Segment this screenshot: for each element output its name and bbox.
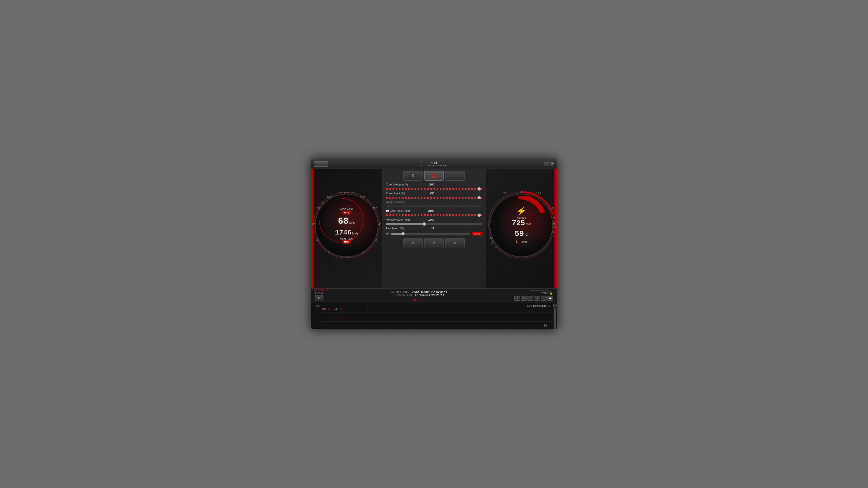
left-gauge: 1750 2000 2250 2500 3000 3750 4500 5250 … [311,169,382,288]
voltage-unit: mV [526,222,531,226]
temp-limit-slider-row [386,205,482,207]
graphics-card-value: AMD Radeon RX 5700 XT [412,290,447,294]
fan-speed-row: ⚙ AUTO [386,232,482,236]
fan-settings-icon[interactable]: ⚙ [386,232,389,236]
mem-badge: MEM [342,240,351,244]
memory-clock-label: Memory Clock (MHz) [386,218,421,221]
save-profile-button[interactable]: 💾 [547,296,553,301]
title-bar-left [314,161,328,167]
profile-3-button[interactable]: 3 [527,296,533,301]
core-voltage-handle[interactable] [477,187,481,191]
gpu-info: Graphics Card: AMD Radeon RX 5700 XT Dri… [328,290,509,302]
fan-speed-label: Fan Speed (%) [386,227,421,230]
core-voltage-slider[interactable] [386,188,482,190]
core-voltage-slider-row [386,188,482,190]
action-buttons: ⚙ ↺ ✓ [386,238,482,248]
detach-button[interactable]: DETACH [413,299,425,301]
right-gauge-content: ⚡ Voltage 725 mV 59 °C 🌡 Temp. [512,206,531,245]
profile-5-button[interactable]: 5 [541,296,547,301]
title-center: msi AFTERBURNER [420,161,448,167]
svg-text:194: 194 [552,231,556,233]
minimize-button[interactable]: — [544,162,549,166]
power-limit-handle[interactable] [477,196,481,199]
logo-icon [430,173,438,178]
gauges-panel: 1750 2000 2250 2500 3000 3750 4500 5250 … [311,169,557,288]
power-limit-slider[interactable] [386,197,482,199]
scroll-up-button[interactable]: ▲ [553,304,557,307]
temp-unit: °C [524,233,528,237]
driver-label: Driver Version: [394,294,413,297]
title-bar: msi AFTERBURNER — ✕ [311,159,557,169]
temp-limit-slider[interactable] [386,205,482,207]
fan-speed-header: Fan Speed (%) 21 [386,227,482,230]
core-clock-label: Core Clock (MHz) [390,209,411,212]
settings-button[interactable]: ⚙ [403,238,423,248]
scroll-thumb[interactable] [554,308,556,329]
close-button[interactable]: ✕ [550,162,554,166]
gpu-clock-label: GPU Clock [340,207,353,210]
profile-buttons: 1 2 3 4 5 💾 [514,296,553,301]
profile-section: Profile 🔒 1 2 3 4 5 💾 [514,291,553,301]
afterburner-text: AFTERBURNER [420,164,448,167]
graph-scrollbar: ▲ ▼ [553,303,557,329]
temp-value: 59 [515,229,524,238]
profile-4-button[interactable]: 4 [534,296,540,301]
graph-y-top: 100 [312,304,320,307]
graph-area: 100 0 GPU temperature, °C Min : 51 Max :… [311,303,557,329]
memory-clock-handle[interactable] [423,222,426,226]
graph-canvas: GPU temperature, °C Min : 51 Max : 62 [321,303,553,329]
k-button[interactable]: K [403,171,423,181]
graph-svg [321,303,553,329]
temp-limit-label: Temp. Limit (°C) [386,201,421,203]
left-gauge-circle: GPU Clock GPU 68 MHz 1746 MHz Mem Clock … [315,194,378,257]
svg-text:1: 1 [521,191,522,193]
startup-section: Startup ⊞ [315,291,323,301]
gpu-badge: GPU [342,211,351,215]
driver-row: Driver Version: Adrenalin 2020 21.2.1 [328,294,509,297]
core-clock-slider-row [386,214,482,216]
svg-text:140: 140 [552,216,556,218]
fan-speed-handle[interactable] [401,232,405,235]
core-voltage-value: 1200 [423,183,434,186]
profile-1-button[interactable]: 1 [514,296,520,301]
powered-by: Powered by Rivatuner [529,289,551,292]
auto-badge: AUTO [472,232,482,235]
thermometer-icon: 🌡 [515,239,520,245]
power-limit-slider-row [386,197,482,199]
msi-logo: msi [420,161,448,164]
temp-label: Temp. [521,240,528,243]
gpu-clock-value: 68 [338,217,348,226]
mem-clock-unit: MHz [352,232,358,235]
core-voltage-label: Core Voltage (mV) [386,183,421,186]
fan-speed-slider[interactable] [391,233,470,235]
reset-button[interactable]: ↺ [424,238,444,248]
title-btn-left[interactable] [314,161,328,167]
right-gauge-circle: ⚡ Voltage 725 mV 59 °C 🌡 Temp. [490,194,553,257]
version-text: 4.6.3 Beta 5 [314,289,329,292]
apply-button[interactable]: ✓ [445,238,465,248]
memory-clock-slider[interactable] [386,223,482,225]
mem-clock-value: 1746 [335,229,351,236]
startup-button[interactable]: ⊞ [315,295,323,301]
graphics-card-row: Graphics Card: AMD Radeon RX 5700 XT [328,290,509,294]
svg-text:1500: 1500 [338,191,343,194]
center-panel: K i Core Voltage (mV) 1200 [382,169,486,288]
graph-current-value: 59 [544,324,547,327]
memory-clock-slider-row [386,223,482,225]
core-clock-slider[interactable] [386,214,482,216]
profile-2-button[interactable]: 2 [521,296,527,301]
voltage-value: 725 [512,219,525,227]
core-clock-row: 📊 Core Clock (MHz) 2100 [386,209,482,212]
fan-speed-value: 21 [423,227,434,230]
memory-clock-row: Memory Clock (MHz) 1750 [386,218,482,221]
mem-clock-label: Mem Clock [340,237,353,240]
info-button[interactable]: i [445,171,465,181]
graphics-card-label: Graphics Card: [391,290,410,294]
logo-button[interactable] [424,171,444,181]
core-clock-handle[interactable] [477,214,481,217]
top-buttons: K i [386,171,482,181]
app-window: msi AFTERBURNER — ✕ 1750 2000 2250 2500 … [311,159,557,329]
core-voltage-row: Core Voltage (mV) 1200 [386,183,482,186]
svg-text:1.5: 1.5 [550,207,554,210]
gpu-clock-unit: MHz [349,221,355,225]
